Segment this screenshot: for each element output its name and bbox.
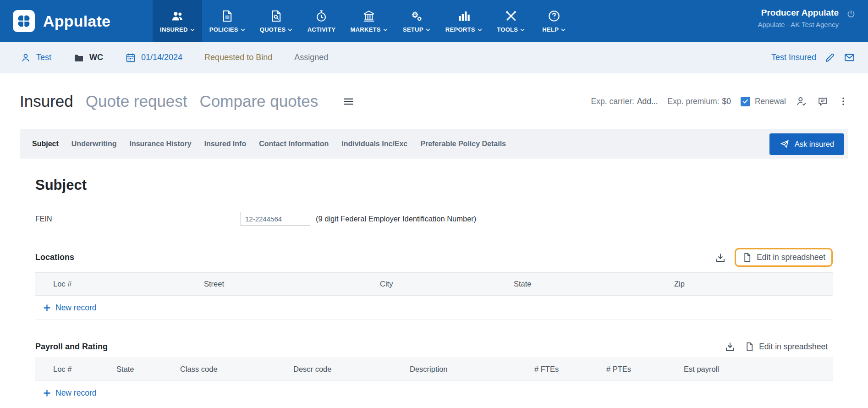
power-icon[interactable]	[846, 9, 856, 21]
tab-subject[interactable]: Subject	[26, 140, 65, 148]
chevron-down-icon	[190, 28, 195, 31]
page-tab-quote-request[interactable]: Quote request	[86, 92, 187, 110]
download-icon[interactable]	[725, 341, 736, 352]
payroll-table-header: Loc # State Class code Descr code Descri…	[35, 358, 833, 381]
edit-pencil-icon[interactable]	[824, 52, 835, 63]
user-agency: Appulate - AK Test Agency	[758, 21, 839, 28]
column-header: Loc #	[35, 365, 116, 374]
edit-in-spreadsheet-label: Edit in spreadsheet	[759, 342, 828, 352]
nav-label: REPORTS	[445, 26, 475, 33]
payroll-title: Payroll and Rating	[35, 342, 108, 352]
section-tabs: Subject Underwriting Insurance History I…	[20, 129, 848, 159]
tab-individuals-inc-exc[interactable]: Individuals Inc/Exc	[335, 140, 414, 148]
page-header: Insured Quote request Compare quotes Exp…	[20, 73, 848, 129]
ask-insured-button[interactable]: Ask insured	[769, 133, 844, 155]
nav-insured[interactable]: INSURED	[153, 0, 202, 42]
tools-icon	[504, 9, 518, 23]
column-header: Loc #	[35, 280, 204, 288]
locations-table-header: Loc # Street City State Zip	[35, 272, 833, 296]
top-nav: Appulate INSURED POLICIES QUOTES ACTIVIT…	[0, 0, 868, 42]
chevron-down-icon	[383, 28, 388, 31]
nav-activity[interactable]: ACTIVITY	[300, 0, 343, 42]
help-icon	[547, 9, 561, 23]
insured-quick-link-label: Test	[36, 53, 51, 62]
tab-insured-info[interactable]: Insured Info	[198, 140, 253, 148]
page-tab-insured[interactable]: Insured	[20, 92, 73, 110]
nav-label: POLICIES	[209, 26, 238, 33]
fein-input[interactable]	[241, 212, 310, 226]
fein-hint: (9 digit Federal Employer Identification…	[316, 215, 476, 223]
column-header: Description	[410, 365, 534, 374]
exp-carrier[interactable]: Exp. carrier:Add...	[591, 97, 658, 106]
column-header: Descr code	[293, 365, 410, 374]
person-check-icon[interactable]	[796, 95, 808, 107]
people-icon	[170, 9, 184, 23]
line-of-business[interactable]: WC	[73, 52, 103, 63]
nav-help[interactable]: HELP	[533, 0, 576, 42]
status-badge[interactable]: Requested to Bind	[204, 53, 272, 62]
chevron-down-icon	[241, 28, 245, 31]
renewal-checkbox[interactable]	[741, 97, 750, 106]
plus-icon	[43, 304, 51, 312]
nav-label: MARKETS	[350, 26, 380, 33]
tab-preferable-policy-details[interactable]: Preferable Policy Details	[414, 140, 512, 148]
new-record-label: New record	[55, 303, 96, 313]
line-of-business-label: WC	[89, 53, 103, 62]
gears-icon	[410, 9, 423, 23]
calendar-icon	[125, 52, 136, 63]
tab-insurance-history[interactable]: Insurance History	[123, 140, 198, 148]
column-header: Class code	[180, 365, 293, 374]
column-header: City	[380, 280, 514, 288]
locations-new-record-button[interactable]: New record	[35, 296, 833, 320]
tab-underwriting[interactable]: Underwriting	[65, 140, 123, 148]
menu-icon[interactable]	[342, 95, 355, 108]
folder-icon	[73, 52, 84, 63]
notes-icon[interactable]	[817, 96, 829, 107]
main-content: Insured Quote request Compare quotes Exp…	[0, 73, 868, 405]
context-bar: Test WC 01/14/2024 Requested to Bind Ass…	[0, 42, 868, 73]
insured-quick-link[interactable]: Test	[20, 52, 51, 63]
main-nav: INSURED POLICIES QUOTES ACTIVITY MARKETS	[153, 0, 576, 42]
brand[interactable]: Appulate	[0, 0, 110, 42]
assignment-status[interactable]: Assigned	[294, 53, 328, 62]
send-icon	[780, 139, 790, 149]
test-insured-link[interactable]: Test Insured	[771, 53, 816, 62]
nav-quotes[interactable]: QUOTES	[253, 0, 300, 42]
download-icon[interactable]	[715, 252, 726, 263]
bar-chart-icon	[457, 9, 471, 23]
edit-in-spreadsheet-button[interactable]: Edit in spreadsheet	[735, 248, 833, 267]
quote-document-icon	[269, 9, 283, 23]
nav-policies[interactable]: POLICIES	[202, 0, 253, 42]
subject-heading: Subject	[35, 177, 833, 193]
nav-label: SETUP	[403, 26, 423, 33]
edit-in-spreadsheet-button[interactable]: Edit in spreadsheet	[744, 342, 828, 352]
nav-setup[interactable]: SETUP	[395, 0, 438, 42]
column-header: Est payroll	[684, 365, 833, 374]
plus-icon	[43, 389, 51, 397]
payroll-header: Payroll and Rating Edit in spreadsheet	[35, 341, 833, 352]
envelope-icon[interactable]	[844, 52, 855, 63]
nav-markets[interactable]: MARKETS	[343, 0, 395, 42]
fein-label: FEIN	[35, 215, 241, 223]
exp-premium[interactable]: Exp. premium:$0	[668, 97, 731, 106]
nav-label: HELP	[542, 26, 559, 33]
exp-premium-value: $0	[722, 97, 731, 106]
nav-label: ACTIVITY	[308, 26, 336, 33]
nav-label: TOOLS	[497, 26, 518, 33]
exp-premium-label: Exp. premium:	[668, 97, 720, 106]
effective-date[interactable]: 01/14/2024	[125, 52, 182, 63]
policy-document-icon	[220, 9, 234, 23]
chevron-down-icon	[520, 28, 525, 31]
payroll-new-record-button[interactable]: New record	[35, 381, 833, 405]
kebab-menu-icon[interactable]	[838, 96, 848, 106]
locations-header: Locations Edit in spreadsheet	[35, 248, 833, 267]
tab-contact-information[interactable]: Contact Information	[253, 140, 335, 148]
nav-tools[interactable]: TOOLS	[489, 0, 533, 42]
page-tab-compare-quotes[interactable]: Compare quotes	[200, 92, 319, 110]
stopwatch-icon	[314, 9, 328, 23]
nav-reports[interactable]: REPORTS	[438, 0, 489, 42]
exp-carrier-label: Exp. carrier:	[591, 97, 634, 106]
fein-row: FEIN (9 digit Federal Employer Identific…	[35, 212, 833, 226]
new-record-label: New record	[55, 388, 96, 398]
exp-carrier-value: Add...	[637, 97, 658, 106]
